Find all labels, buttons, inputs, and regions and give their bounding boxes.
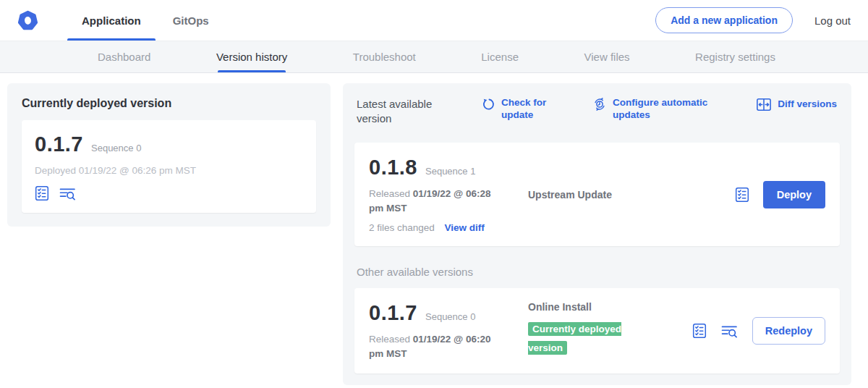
available-panel-header: Latest available version Check for updat… bbox=[354, 95, 840, 125]
latest-released-timestamp: Released 01/19/22 @ 06:28 pm MST bbox=[369, 187, 508, 215]
deploy-logs-icon[interactable] bbox=[720, 324, 739, 339]
deployed-version-number: 0.1.7 bbox=[35, 132, 83, 156]
other-version-source: Online Install Currently deployed versio… bbox=[527, 301, 692, 360]
subnav-item-troubleshoot[interactable]: Troubleshoot bbox=[353, 41, 416, 72]
diff-versions-label: Diff versions bbox=[778, 98, 837, 111]
latest-version-card: 0.1.8 Sequence 1 Released 01/19/22 @ 06:… bbox=[354, 143, 840, 246]
other-version-number: 0.1.7 bbox=[369, 301, 417, 325]
deployed-version-row: 0.1.7 Sequence 0 bbox=[35, 132, 303, 156]
preflight-checklist-icon[interactable] bbox=[735, 187, 749, 203]
other-versions-heading: Other available versions bbox=[357, 266, 838, 278]
subnav-item-registry-settings[interactable]: Registry settings bbox=[695, 41, 775, 72]
latest-files-row: 2 files changed View diff bbox=[369, 222, 527, 233]
diff-panes-icon bbox=[756, 97, 772, 112]
latest-sequence-label: Sequence 1 bbox=[425, 166, 475, 177]
deployed-timestamp: Deployed 01/19/22 @ 06:26 pm MST bbox=[35, 165, 303, 176]
active-subnav-underline bbox=[218, 70, 286, 72]
subnav-item-license[interactable]: License bbox=[481, 41, 519, 72]
deployed-sequence-label: Sequence 0 bbox=[91, 143, 141, 153]
active-tab-underline bbox=[67, 38, 156, 41]
deploy-button[interactable]: Deploy bbox=[763, 181, 825, 208]
app-logo-icon[interactable] bbox=[17, 10, 38, 31]
tab-gitops-label: GitOps bbox=[173, 14, 209, 27]
latest-source-label: Upstream Update bbox=[528, 189, 612, 201]
subnav-version-history-label: Version history bbox=[216, 51, 287, 63]
header-tabs: Application GitOps bbox=[66, 0, 225, 41]
currently-deployed-panel: Currently deployed version 0.1.7 Sequenc… bbox=[7, 83, 331, 227]
latest-version-actions: Deploy bbox=[735, 156, 825, 233]
subnav-registry-settings-label: Registry settings bbox=[695, 51, 775, 63]
logout-link[interactable]: Log out bbox=[814, 14, 851, 27]
latest-version-source: Upstream Update bbox=[527, 156, 735, 233]
add-application-button[interactable]: Add a new application bbox=[655, 7, 793, 33]
tab-application[interactable]: Application bbox=[66, 0, 157, 41]
main-content: Currently deployed version 0.1.7 Sequenc… bbox=[0, 73, 868, 385]
currently-deployed-title: Currently deployed version bbox=[22, 97, 316, 110]
other-version-actions: Redeploy bbox=[692, 301, 825, 360]
top-header: Application GitOps Add a new application… bbox=[0, 0, 868, 41]
deployed-card-actions bbox=[35, 185, 303, 201]
check-for-update-button[interactable]: Check for update bbox=[481, 97, 558, 122]
check-for-update-label: Check for update bbox=[501, 97, 558, 122]
configure-automatic-updates-button[interactable]: Configure automatic updates bbox=[592, 97, 721, 122]
subnav-dashboard-label: Dashboard bbox=[98, 51, 150, 63]
app-subnav: Dashboard Version history Troubleshoot L… bbox=[0, 41, 868, 73]
refresh-icon bbox=[481, 97, 495, 111]
files-changed-count: 2 files changed bbox=[369, 222, 435, 233]
view-diff-link[interactable]: View diff bbox=[445, 222, 485, 233]
latest-version-info: 0.1.8 Sequence 1 Released 01/19/22 @ 06:… bbox=[369, 156, 527, 233]
other-sequence-label: Sequence 0 bbox=[425, 311, 475, 322]
deployed-version-card: 0.1.7 Sequence 0 Deployed 01/19/22 @ 06:… bbox=[22, 120, 316, 213]
configure-automatic-updates-label: Configure automatic updates bbox=[613, 97, 721, 122]
other-version-info: 0.1.7 Sequence 0 Released 01/19/22 @ 06:… bbox=[369, 301, 527, 360]
other-source-label: Online Install bbox=[528, 301, 692, 313]
deploy-logs-icon[interactable] bbox=[59, 186, 77, 201]
available-versions-panel: Latest available version Check for updat… bbox=[343, 83, 851, 385]
tab-application-label: Application bbox=[82, 14, 141, 27]
other-version-card: 0.1.7 Sequence 0 Released 01/19/22 @ 06:… bbox=[354, 288, 840, 374]
released-prefix: Released bbox=[369, 334, 410, 345]
available-panel-actions: Check for update Configure automa bbox=[481, 97, 837, 122]
latest-available-title: Latest available version bbox=[357, 97, 452, 125]
subnav-troubleshoot-label: Troubleshoot bbox=[353, 51, 416, 63]
tab-gitops[interactable]: GitOps bbox=[157, 0, 225, 41]
currently-deployed-badge: Currently deployed version bbox=[528, 322, 621, 355]
preflight-checklist-icon[interactable] bbox=[692, 323, 707, 339]
latest-version-number: 0.1.8 bbox=[369, 156, 417, 180]
released-prefix: Released bbox=[369, 188, 410, 199]
redeploy-button[interactable]: Redeploy bbox=[752, 317, 825, 345]
subnav-view-files-label: View files bbox=[584, 51, 629, 63]
subnav-license-label: License bbox=[481, 51, 519, 63]
subnav-item-version-history[interactable]: Version history bbox=[216, 41, 287, 72]
subnav-item-view-files[interactable]: View files bbox=[584, 41, 629, 72]
schedule-clock-icon bbox=[592, 97, 607, 111]
other-released-timestamp: Released 01/19/22 @ 06:20 pm MST bbox=[369, 332, 508, 360]
subnav-item-dashboard[interactable]: Dashboard bbox=[98, 41, 150, 72]
diff-versions-button[interactable]: Diff versions bbox=[756, 97, 837, 112]
preflight-checklist-icon[interactable] bbox=[35, 185, 49, 201]
currently-deployed-badge-wrap: Currently deployed version bbox=[528, 319, 642, 356]
